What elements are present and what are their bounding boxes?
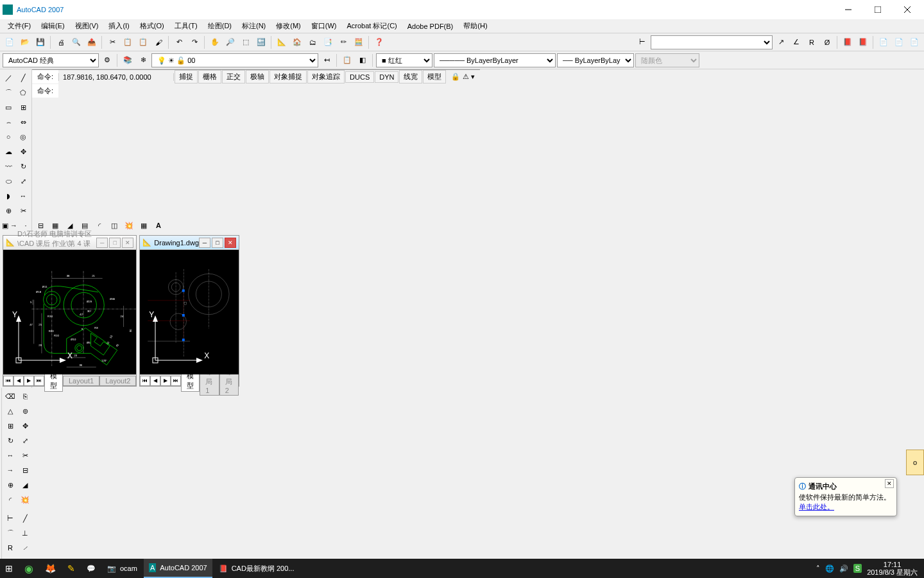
join-icon[interactable]: ⊕ <box>3 478 17 492</box>
explode2-icon[interactable]: 💥 <box>18 493 32 507</box>
acrobat-btn1[interactable]: 📕 <box>841 35 855 49</box>
popup-close-button[interactable]: ✕ <box>885 479 894 488</box>
dim-rad-icon[interactable]: R <box>805 35 819 49</box>
tab-prev-right[interactable]: ◀ <box>150 376 160 386</box>
scale2-icon[interactable]: ⤢ <box>18 434 32 448</box>
zoom-prev-icon[interactable]: 🔙 <box>254 35 268 49</box>
dim-ord-icon[interactable]: ⊥ <box>18 526 32 540</box>
layer-select[interactable]: 💡 ☀ 🔓 00 <box>151 53 318 67</box>
task-autocad[interactable]: AAutoCAD 2007 <box>144 559 212 578</box>
tab-next-right[interactable]: ▶ <box>160 376 171 386</box>
open-icon[interactable]: 📂 <box>18 35 32 49</box>
status-snap[interactable]: 捕捉 <box>175 70 198 83</box>
minimize-button[interactable] <box>834 1 862 19</box>
linetype-select[interactable]: ───── ByLayerByLayer <box>434 53 556 67</box>
match-icon[interactable]: 🖌 <box>151 35 166 49</box>
task-ocam[interactable]: 📷ocam <box>102 559 142 578</box>
tray-ime-icon[interactable]: S <box>853 564 862 573</box>
rect-icon[interactable]: ▭ <box>1 100 15 114</box>
task-wechat[interactable]: 💬 <box>81 559 101 578</box>
tab-last-left[interactable]: ⏭ <box>34 376 44 386</box>
trim-icon[interactable]: ✂ <box>16 204 30 218</box>
trim2-icon[interactable]: ✂ <box>18 448 32 462</box>
dwg-max-left[interactable]: □ <box>109 238 121 248</box>
layer-state-icon[interactable]: 📋 <box>340 53 354 67</box>
status-lwt[interactable]: 线宽 <box>399 70 422 83</box>
menu-acrobat[interactable]: Acrobat 标记(C) <box>342 20 402 32</box>
dwg-close-left[interactable]: ✕ <box>122 238 133 248</box>
break2-icon[interactable]: ⊟ <box>18 463 32 477</box>
publish-icon[interactable]: 📤 <box>85 35 99 49</box>
status-coords[interactable]: 187.9816, 180.6470, 0.0000 <box>58 73 174 81</box>
dim-rad2-icon[interactable]: R <box>3 541 17 555</box>
preview-icon[interactable]: 🔍 <box>69 35 83 49</box>
menu-draw[interactable]: 绘图(D) <box>203 20 237 32</box>
workspace-settings-icon[interactable]: ⚙ <box>100 53 114 67</box>
dim-ang-icon[interactable]: ∠ <box>789 35 803 49</box>
acrobat-btn2[interactable]: 📕 <box>856 35 870 49</box>
dim-dia-icon[interactable]: Ø <box>820 35 834 49</box>
menu-view[interactable]: 视图(V) <box>70 20 104 32</box>
drawing-header-left[interactable]: 📐 D:\石老师 电脑培训专区\CAD 课后 作业\第 4 课\4-13.dwg… <box>3 236 136 250</box>
ssm-icon[interactable]: 📑 <box>321 35 335 49</box>
offset-icon[interactable]: ◎ <box>16 130 30 144</box>
mtext-icon[interactable]: A <box>151 218 166 232</box>
arc-icon[interactable]: ⌢ <box>1 115 15 129</box>
menu-window[interactable]: 窗口(W) <box>306 20 342 32</box>
circle-icon[interactable]: ○ <box>1 130 15 144</box>
dim-ali-icon[interactable]: ╱ <box>18 511 32 525</box>
rotate-icon[interactable]: ↻ <box>16 159 30 173</box>
pdf-btn2[interactable]: 📄 <box>892 35 906 49</box>
status-ducs[interactable]: DUCS <box>345 71 374 83</box>
stretch2-icon[interactable]: ↔ <box>3 448 17 462</box>
canvas-right[interactable]: Y X <box>140 250 239 374</box>
color-select[interactable]: ■ 红红 <box>376 53 432 67</box>
workspace-select[interactable]: AutoCAD 经典 <box>3 53 99 67</box>
maximize-button[interactable] <box>864 1 892 19</box>
markup-icon[interactable]: ✏ <box>336 35 350 49</box>
drawing-header-right[interactable]: 📐 Drawing1.dwg ─ □ ✕ <box>140 236 239 250</box>
status-osnap[interactable]: 对象捕捉 <box>270 70 307 83</box>
dwg-min-left[interactable]: ─ <box>96 238 108 248</box>
redo-icon[interactable]: ↷ <box>187 35 201 49</box>
mirror2-icon[interactable]: △ <box>3 404 17 418</box>
taskbar-clock[interactable]: 17:11 2019/8/3 星期六 <box>867 561 918 576</box>
table-icon[interactable]: ▦ <box>137 218 151 232</box>
tray-vol-icon[interactable]: 🔊 <box>839 565 848 573</box>
xline-icon[interactable]: ╱ <box>16 71 30 85</box>
tab-first-right[interactable]: ⏮ <box>140 376 150 386</box>
status-grid[interactable]: 栅格 <box>198 70 221 83</box>
menu-dimension[interactable]: 标注(N) <box>237 20 271 32</box>
ellipsearc-icon[interactable]: ◗ <box>1 189 15 203</box>
status-dyn[interactable]: DYN <box>375 71 398 83</box>
move-icon[interactable]: ✥ <box>16 144 30 159</box>
mirror-icon[interactable]: ⇔ <box>16 115 30 129</box>
status-tray[interactable]: 🔒 ⚠ ▾ <box>446 73 479 81</box>
status-otrack[interactable]: 对象追踪 <box>307 70 345 83</box>
start-button[interactable]: ⊞ <box>0 559 18 578</box>
new-icon[interactable]: 📄 <box>3 35 17 49</box>
menu-help[interactable]: 帮助(H) <box>458 20 492 32</box>
spline-icon[interactable]: 〰 <box>1 159 15 173</box>
zoom-win-icon[interactable]: ⬚ <box>239 35 253 49</box>
print-icon[interactable]: 🖨 <box>54 35 68 49</box>
tab-prev-left[interactable]: ◀ <box>13 376 24 386</box>
tab-first-left[interactable]: ⏮ <box>3 376 13 386</box>
chamfer2-icon[interactable]: ◢ <box>18 478 32 492</box>
cut-icon[interactable]: ✂ <box>105 35 119 49</box>
zoom-rt-icon[interactable]: 🔎 <box>223 35 237 49</box>
offset2-icon[interactable]: ⊚ <box>18 404 32 418</box>
tab-last-right[interactable]: ⏭ <box>171 376 181 386</box>
insert-icon[interactable]: ⊕ <box>1 204 15 218</box>
ellipse-icon[interactable]: ⬭ <box>1 174 15 188</box>
layer-iso-icon[interactable]: ◧ <box>355 53 370 67</box>
pan-icon[interactable]: ✋ <box>208 35 222 49</box>
close-button[interactable] <box>893 1 921 19</box>
dim-lin-icon[interactable]: ⊢ <box>3 511 17 525</box>
menu-tools[interactable]: 工具(T) <box>169 20 203 32</box>
lineweight-select[interactable]: ── ByLayerByLayer <box>557 53 634 67</box>
tray-up-icon[interactable]: ˄ <box>816 565 820 573</box>
popup-link[interactable]: 单击此处。 <box>799 503 834 511</box>
menu-insert[interactable]: 插入(I) <box>103 20 134 32</box>
save-icon[interactable]: 💾 <box>33 35 47 49</box>
